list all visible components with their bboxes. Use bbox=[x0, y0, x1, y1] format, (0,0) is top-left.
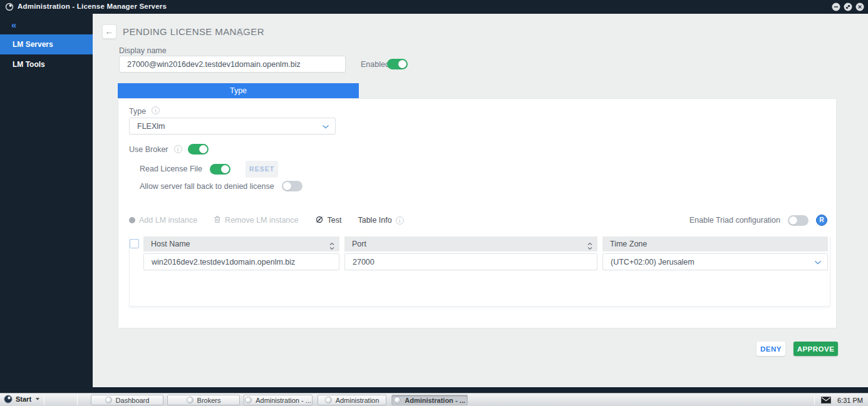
reset-button[interactable]: RESET bbox=[245, 161, 278, 177]
app-icon bbox=[187, 397, 194, 403]
port-input[interactable] bbox=[344, 253, 597, 270]
column-header-host-name[interactable]: Host Name bbox=[143, 236, 339, 251]
triad-config-toggle[interactable] bbox=[788, 215, 809, 226]
enabled-label: Enabled bbox=[361, 60, 390, 69]
table-row bbox=[143, 253, 339, 270]
trash-icon bbox=[214, 215, 221, 225]
host-name-input[interactable] bbox=[143, 253, 339, 270]
app-icon bbox=[105, 397, 112, 403]
taskbar-item-administration-2[interactable]: Administration bbox=[318, 395, 386, 405]
taskbar-item-administration-1[interactable]: Administration - ... bbox=[244, 395, 313, 405]
sidebar-collapse-icon[interactable]: « bbox=[11, 19, 16, 30]
window-title: Administration - License Manager Servers bbox=[18, 3, 167, 10]
deny-button[interactable]: DENY bbox=[757, 342, 785, 356]
start-caret-icon bbox=[36, 398, 39, 400]
taskbar: Start Dashboard Brokers Administration -… bbox=[0, 393, 868, 406]
time-zone-select[interactable]: (UTC+02:00) Jerusalem bbox=[602, 253, 828, 270]
triad-config-label: Enable Triad configuration bbox=[690, 216, 780, 225]
title-bar: Administration - License Manager Servers bbox=[0, 0, 868, 14]
type-label: Type bbox=[129, 107, 146, 116]
page-info-icon[interactable] bbox=[237, 28, 245, 36]
fallback-label: Allow server fall back to denied license bbox=[140, 182, 274, 191]
system-tray: 6:31 PM bbox=[814, 395, 863, 405]
window-controls bbox=[832, 3, 864, 11]
add-circle-icon bbox=[129, 217, 135, 223]
sidebar: « LM Servers LM Tools bbox=[0, 14, 93, 393]
app-icon bbox=[394, 397, 401, 403]
sidebar-item-lm-servers[interactable]: LM Servers bbox=[0, 34, 93, 54]
use-broker-label: Use Broker bbox=[129, 145, 168, 154]
app-icon bbox=[245, 397, 252, 403]
type-select[interactable]: FLEXlm bbox=[129, 118, 336, 134]
taskbar-divider bbox=[77, 395, 78, 405]
test-icon bbox=[315, 215, 324, 226]
restore-icon[interactable] bbox=[844, 3, 852, 11]
taskbar-item-administration-active[interactable]: Administration - ... bbox=[391, 395, 468, 405]
use-broker-toggle[interactable] bbox=[188, 144, 209, 155]
test-button[interactable]: Test bbox=[315, 215, 342, 226]
fallback-toggle[interactable] bbox=[282, 181, 302, 191]
read-license-file-label: Read License File bbox=[140, 165, 202, 173]
chevron-down-icon bbox=[322, 122, 329, 131]
table-info-button[interactable]: Table Info bbox=[358, 216, 403, 225]
mail-icon[interactable] bbox=[821, 395, 831, 406]
app-icon bbox=[325, 397, 332, 403]
tray-divider bbox=[814, 396, 815, 405]
display-name-label: Display name bbox=[119, 46, 167, 55]
select-all-checkbox[interactable] bbox=[130, 239, 139, 248]
read-license-file-toggle[interactable] bbox=[210, 164, 230, 175]
column-header-port[interactable]: Port bbox=[344, 236, 597, 251]
chevron-down-icon bbox=[814, 258, 822, 266]
type-info-icon[interactable] bbox=[152, 106, 160, 114]
sidebar-item-lm-tools[interactable]: LM Tools bbox=[0, 54, 93, 74]
taskbar-divider bbox=[44, 395, 44, 405]
minimize-icon[interactable] bbox=[832, 3, 840, 11]
use-broker-info-icon[interactable] bbox=[174, 145, 182, 153]
remove-lm-instance-button[interactable]: Remove LM instance bbox=[214, 215, 298, 225]
back-button[interactable]: ← bbox=[102, 24, 116, 39]
screen: Administration - License Manager Servers… bbox=[0, 0, 868, 406]
taskbar-item-brokers[interactable]: Brokers bbox=[167, 395, 240, 405]
instance-toolbar: Add LM instance Remove LM instance Test bbox=[129, 215, 827, 226]
lm-instance-table: Host Name Port Time Zone bbox=[129, 236, 830, 307]
close-icon[interactable] bbox=[855, 3, 864, 11]
type-panel: Type FLEXlm Use Broker Read License File… bbox=[118, 98, 837, 328]
tab-type[interactable]: Type bbox=[118, 83, 359, 98]
display-name-input[interactable] bbox=[119, 56, 346, 73]
r-badge-icon[interactable]: R bbox=[816, 215, 827, 226]
time-zone-value: (UTC+02:00) Jerusalem bbox=[611, 258, 695, 266]
app-logo-icon bbox=[5, 3, 14, 14]
taskbar-clock: 6:31 PM bbox=[837, 397, 863, 404]
start-logo-icon bbox=[4, 395, 13, 403]
add-lm-instance-button[interactable]: Add LM instance bbox=[129, 216, 197, 225]
type-select-value: FLEXlm bbox=[137, 122, 165, 131]
approve-button[interactable]: APPROVE bbox=[793, 342, 838, 356]
table-info-icon bbox=[396, 216, 404, 225]
taskbar-item-dashboard[interactable]: Dashboard bbox=[91, 395, 163, 405]
column-header-time-zone[interactable]: Time Zone bbox=[602, 236, 828, 251]
start-button[interactable]: Start bbox=[4, 395, 39, 403]
enabled-toggle[interactable] bbox=[387, 59, 408, 69]
main-content: ← PENDING LICENSE MANAGER Display name E… bbox=[93, 14, 868, 387]
